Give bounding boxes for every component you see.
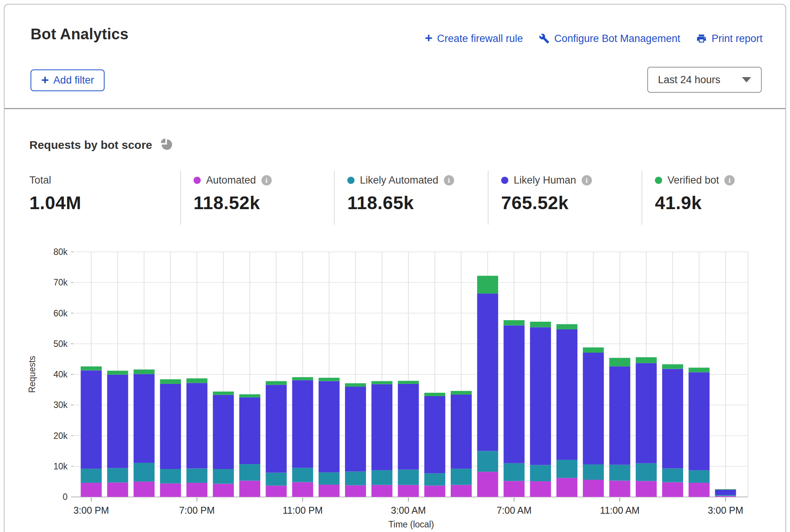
info-icon[interactable]: i <box>444 175 454 185</box>
bar-segment-automated[interactable] <box>239 480 260 497</box>
bar-segment-likely-human[interactable] <box>81 371 102 469</box>
bar-segment-verified-bot[interactable] <box>609 358 630 366</box>
bar-segment-automated[interactable] <box>583 480 604 497</box>
bar-segment-likely-automated[interactable] <box>292 468 313 482</box>
print-report-link[interactable]: Print report <box>696 33 763 45</box>
bar-segment-likely-human[interactable] <box>636 363 657 463</box>
bar-segment-verified-bot[interactable] <box>583 347 604 353</box>
bar-segment-likely-automated[interactable] <box>688 470 709 483</box>
bar-segment-automated[interactable] <box>556 478 577 497</box>
time-range-dropdown[interactable]: Last 24 hours <box>647 67 762 93</box>
bar-segment-likely-automated[interactable] <box>583 464 604 480</box>
bar-segment-automated[interactable] <box>134 482 155 497</box>
bar-segment-automated[interactable] <box>715 496 736 497</box>
bar-segment-likely-automated[interactable] <box>213 469 234 484</box>
bar-segment-likely-automated[interactable] <box>424 473 445 485</box>
bar-segment-likely-automated[interactable] <box>239 464 260 480</box>
bar-segment-automated[interactable] <box>81 483 102 497</box>
bar-segment-likely-human[interactable] <box>556 329 577 460</box>
bar-segment-likely-automated[interactable] <box>134 463 155 482</box>
bar-segment-verified-bot[interactable] <box>345 383 366 387</box>
bar-segment-automated[interactable] <box>609 480 630 497</box>
bar-segment-likely-human[interactable] <box>424 396 445 473</box>
bar-segment-likely-human[interactable] <box>107 375 128 468</box>
bar-segment-automated[interactable] <box>398 485 419 497</box>
configure-bot-management-link[interactable]: Configure Bot Management <box>539 33 680 45</box>
bar-segment-likely-human[interactable] <box>583 353 604 464</box>
bar-segment-likely-human[interactable] <box>213 395 234 469</box>
bar-segment-likely-automated[interactable] <box>187 468 208 483</box>
bar-segment-automated[interactable] <box>504 481 525 497</box>
bar-segment-verified-bot[interactable] <box>398 381 419 384</box>
info-icon[interactable]: i <box>261 175 272 185</box>
bar-segment-likely-automated[interactable] <box>345 471 366 485</box>
bar-segment-verified-bot[interactable] <box>266 381 287 385</box>
info-icon[interactable]: i <box>724 175 735 185</box>
bar-segment-verified-bot[interactable] <box>688 368 709 372</box>
chart-canvas[interactable]: 010k20k30k40k50k60k70k80k3:00 PM7:00 PM1… <box>0 229 790 532</box>
bar-segment-verified-bot[interactable] <box>556 324 577 329</box>
bar-segment-likely-human[interactable] <box>319 381 340 472</box>
bar-segment-likely-human[interactable] <box>371 384 392 471</box>
bar-segment-automated[interactable] <box>371 485 392 497</box>
requests-by-bot-score-chart[interactable]: 010k20k30k40k50k60k70k80k3:00 PM7:00 PM1… <box>0 229 790 532</box>
bar-segment-likely-human[interactable] <box>187 383 208 468</box>
bar-segment-automated[interactable] <box>636 481 657 497</box>
bar-segment-automated[interactable] <box>213 484 234 497</box>
bar-segment-verified-bot[interactable] <box>424 393 445 396</box>
bar-segment-likely-automated[interactable] <box>319 472 340 485</box>
bar-segment-likely-automated[interactable] <box>556 460 577 478</box>
bar-segment-verified-bot[interactable] <box>213 392 234 395</box>
bar-segment-likely-automated[interactable] <box>609 465 630 481</box>
bar-segment-verified-bot[interactable] <box>504 320 525 326</box>
bar-segment-likely-automated[interactable] <box>451 469 472 485</box>
bar-segment-likely-human[interactable] <box>160 384 181 469</box>
bar-segment-likely-automated[interactable] <box>662 468 683 482</box>
bar-segment-verified-bot[interactable] <box>371 381 392 384</box>
bar-segment-likely-automated[interactable] <box>477 451 498 472</box>
bar-segment-verified-bot[interactable] <box>715 489 736 490</box>
bar-segment-verified-bot[interactable] <box>636 357 657 363</box>
bar-segment-likely-human[interactable] <box>688 372 709 470</box>
bar-segment-likely-human[interactable] <box>239 397 260 464</box>
bar-segment-verified-bot[interactable] <box>530 322 551 327</box>
bar-segment-likely-human[interactable] <box>345 387 366 471</box>
bar-segment-verified-bot[interactable] <box>477 276 498 294</box>
create-firewall-rule-link[interactable]: + Create firewall rule <box>425 32 523 45</box>
bar-segment-likely-automated[interactable] <box>530 465 551 482</box>
bar-segment-likely-automated[interactable] <box>636 463 657 481</box>
bar-segment-automated[interactable] <box>319 485 340 497</box>
bar-segment-likely-human[interactable] <box>134 374 155 463</box>
bar-segment-likely-human[interactable] <box>398 384 419 470</box>
bar-segment-verified-bot[interactable] <box>81 366 102 370</box>
add-filter-button[interactable]: + Add filter <box>31 69 105 91</box>
bar-segment-verified-bot[interactable] <box>187 378 208 383</box>
bar-segment-automated[interactable] <box>451 485 472 497</box>
bar-segment-likely-automated[interactable] <box>371 470 392 485</box>
bar-segment-automated[interactable] <box>662 482 683 497</box>
bar-segment-verified-bot[interactable] <box>134 369 155 374</box>
bar-segment-likely-automated[interactable] <box>160 469 181 484</box>
bar-segment-automated[interactable] <box>345 485 366 497</box>
bar-segment-automated[interactable] <box>292 482 313 497</box>
bar-segment-likely-human[interactable] <box>530 327 551 465</box>
bar-segment-verified-bot[interactable] <box>160 379 181 384</box>
bar-segment-verified-bot[interactable] <box>239 394 260 397</box>
bar-segment-likely-human[interactable] <box>451 395 472 469</box>
bar-segment-likely-automated[interactable] <box>81 469 102 483</box>
bar-segment-automated[interactable] <box>477 472 498 497</box>
bar-segment-likely-automated[interactable] <box>266 473 287 486</box>
bar-segment-likely-human[interactable] <box>266 385 287 472</box>
bar-segment-automated[interactable] <box>424 485 445 497</box>
bar-segment-likely-human[interactable] <box>662 369 683 469</box>
bar-segment-automated[interactable] <box>187 483 208 497</box>
bar-segment-automated[interactable] <box>688 483 709 497</box>
bar-segment-likely-automated[interactable] <box>398 470 419 485</box>
bar-segment-verified-bot[interactable] <box>451 391 472 395</box>
bar-segment-verified-bot[interactable] <box>107 371 128 374</box>
bar-segment-automated[interactable] <box>160 484 181 497</box>
bar-segment-verified-bot[interactable] <box>319 378 340 381</box>
bar-segment-automated[interactable] <box>266 485 287 497</box>
bar-segment-verified-bot[interactable] <box>292 377 313 380</box>
bar-segment-likely-human[interactable] <box>504 326 525 463</box>
